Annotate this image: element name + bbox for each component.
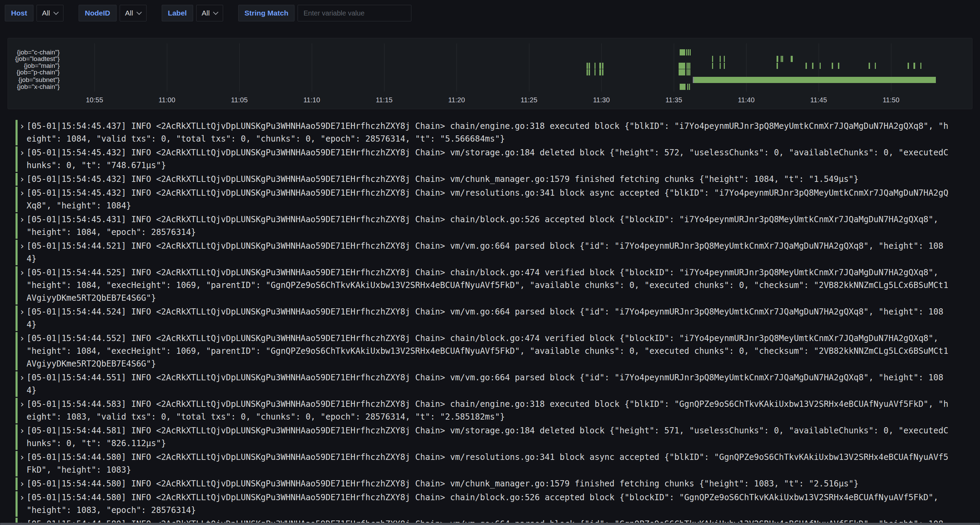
- bar-start-marker: [693, 77, 694, 83]
- log-event-mark: [776, 56, 778, 62]
- chart-gridline: [601, 43, 602, 92]
- log-message: [05-01|15:54:45.431] INFO <2AcRkXTLLtQjv…: [27, 213, 948, 239]
- log-message: [05-01|15:54:45.432] INFO <2AcRkXTLLtQjv…: [27, 173, 948, 186]
- log-row[interactable]: ›[05-01|15:54:45.431] INFO <2AcRkXTLLtQj…: [16, 213, 978, 239]
- chart-gridline: [891, 43, 891, 92]
- time-axis-label: 11:10: [304, 96, 320, 104]
- expand-log-chevron-icon[interactable]: ›: [18, 120, 27, 145]
- variable-label-nodeid: NodeID: [79, 5, 116, 21]
- expand-log-chevron-icon[interactable]: ›: [18, 424, 27, 450]
- expand-log-chevron-icon[interactable]: ›: [18, 451, 27, 476]
- expand-log-chevron-icon[interactable]: ›: [18, 173, 27, 186]
- expand-log-chevron-icon[interactable]: ›: [18, 146, 27, 172]
- log-event-mark: [838, 63, 839, 69]
- series-label-p-chain: {job="p-chain"}: [8, 69, 60, 76]
- log-event-mark: [599, 63, 601, 69]
- variable-value-label: All: [202, 9, 210, 17]
- log-event-mark: [720, 63, 721, 69]
- log-event-mark: [869, 63, 870, 69]
- log-row[interactable]: ›[05-01|15:54:44.580] INFO <2AcRkXTLLtQj…: [16, 477, 978, 490]
- series-label-loadtest: {job="loadtest"}: [8, 56, 60, 62]
- log-event-mark: [781, 56, 782, 62]
- log-row[interactable]: ›[05-01|15:54:45.432] INFO <2AcRkXTLLtQj…: [16, 187, 978, 212]
- log-message: [05-01|15:54:45.432] INFO <2AcRkXTLLtQjv…: [27, 146, 948, 172]
- series-label-subnet: {job="subnet"}: [8, 76, 60, 83]
- log-row[interactable]: ›[05-01|15:54:44.583] INFO <2AcRkXTLLtQj…: [16, 398, 978, 423]
- log-event-mark: [599, 69, 601, 75]
- log-row[interactable]: ›[05-01|15:54:45.437] INFO <2AcRkXTLLtQj…: [16, 120, 978, 145]
- time-axis-label: 11:30: [593, 96, 610, 104]
- log-event-mark: [680, 84, 686, 90]
- log-row[interactable]: ›[05-01|15:54:44.524] INFO <2AcRkXTLLtQj…: [16, 306, 978, 331]
- expand-log-chevron-icon[interactable]: ›: [18, 398, 27, 423]
- horizontal-scrollbar-thumb[interactable]: [0, 523, 980, 525]
- expand-log-chevron-icon[interactable]: ›: [18, 266, 27, 305]
- log-message: [05-01|15:54:44.580] INFO <2AcRkXTLLtQjv…: [27, 491, 948, 517]
- chart-gridline: [819, 43, 819, 92]
- log-event-mark: [791, 56, 793, 62]
- variable-group-label: Label All: [162, 5, 223, 21]
- variables-toolbar: Host All NodeID All Label All String Mat…: [5, 5, 980, 21]
- chart-gridline: [746, 43, 746, 92]
- log-event-mark: [689, 63, 690, 69]
- chevron-down-icon: [213, 9, 219, 15]
- log-row[interactable]: ›[05-01|15:54:44.580] INFO <2AcRkXTLLtQj…: [16, 451, 978, 476]
- log-event-mark: [724, 56, 725, 62]
- log-row[interactable]: ›[05-01|15:54:44.581] INFO <2AcRkXTLLtQj…: [16, 424, 978, 450]
- variable-select-host[interactable]: All: [37, 5, 64, 21]
- variable-select-label[interactable]: All: [196, 5, 223, 21]
- log-event-mark: [693, 77, 936, 83]
- log-event-mark: [686, 49, 687, 56]
- log-event-mark: [587, 69, 588, 75]
- log-row[interactable]: ›[05-01|15:54:44.521] INFO <2AcRkXTLLtQj…: [16, 240, 978, 265]
- log-event-mark: [689, 84, 690, 90]
- time-axis-label: 10:55: [86, 96, 103, 104]
- log-message: [05-01|15:54:44.581] INFO <2AcRkXTLLtQjv…: [27, 424, 948, 450]
- expand-log-chevron-icon[interactable]: ›: [18, 187, 27, 212]
- horizontal-scrollbar[interactable]: [0, 523, 980, 525]
- expand-log-chevron-icon[interactable]: ›: [18, 306, 27, 331]
- string-match-input[interactable]: [298, 5, 411, 21]
- variable-select-nodeid[interactable]: All: [120, 5, 146, 21]
- log-row[interactable]: ›[05-01|15:54:44.525] INFO <2AcRkXTLLtQj…: [16, 266, 978, 305]
- log-event-mark: [595, 63, 595, 69]
- log-event-mark: [602, 63, 603, 69]
- time-axis-label: 11:00: [159, 96, 175, 104]
- log-event-mark: [587, 63, 588, 69]
- log-event-mark: [720, 56, 721, 62]
- time-axis-label: 11:35: [665, 96, 682, 104]
- log-event-mark: [913, 63, 915, 69]
- log-row[interactable]: ›[05-01|15:54:44.580] INFO <2AcRkXTLLtQj…: [16, 491, 978, 517]
- expand-log-chevron-icon[interactable]: ›: [18, 477, 27, 490]
- log-row[interactable]: ›[05-01|15:54:45.432] INFO <2AcRkXTLLtQj…: [16, 146, 978, 172]
- log-row[interactable]: ›[05-01|15:54:45.432] INFO <2AcRkXTLLtQj…: [16, 173, 978, 186]
- expand-log-chevron-icon[interactable]: ›: [18, 491, 27, 517]
- chart-gridline: [167, 43, 167, 92]
- log-event-mark: [689, 69, 690, 75]
- expand-log-chevron-icon[interactable]: ›: [18, 240, 27, 265]
- time-axis-label: 11:50: [883, 96, 900, 104]
- log-event-mark: [595, 69, 595, 75]
- log-event-mark: [687, 84, 688, 90]
- log-event-mark: [690, 49, 691, 56]
- variable-label-label: Label: [162, 5, 193, 21]
- log-event-mark: [776, 63, 778, 69]
- log-volume-panel: 10:5511:0011:0511:1011:1511:2011:2511:30…: [8, 38, 972, 109]
- variable-group-host: Host All: [5, 5, 64, 21]
- log-row[interactable]: ›[05-01|15:54:44.552] INFO <2AcRkXTLLtQj…: [16, 332, 978, 370]
- time-axis-label: 11:15: [376, 96, 393, 104]
- log-event-mark: [920, 63, 921, 69]
- time-axis-label: 11:25: [521, 96, 538, 104]
- log-message: [05-01|15:54:45.432] INFO <2AcRkXTLLtQjv…: [27, 187, 948, 212]
- expand-log-chevron-icon[interactable]: ›: [18, 371, 27, 397]
- log-row[interactable]: ›[05-01|15:54:44.551] INFO <2AcRkXTLLtQj…: [16, 371, 978, 397]
- chart-gridline: [239, 43, 240, 92]
- log-event-mark: [805, 63, 807, 69]
- plot-area[interactable]: 10:5511:0011:0511:1011:1511:2011:2511:30…: [8, 38, 972, 109]
- log-event-mark: [712, 56, 713, 62]
- expand-log-chevron-icon[interactable]: ›: [18, 213, 27, 239]
- chart-gridline: [94, 43, 95, 92]
- series-label-x-chain: {job="x-chain"}: [8, 83, 60, 90]
- expand-log-chevron-icon[interactable]: ›: [18, 332, 27, 370]
- log-event-mark: [680, 49, 685, 56]
